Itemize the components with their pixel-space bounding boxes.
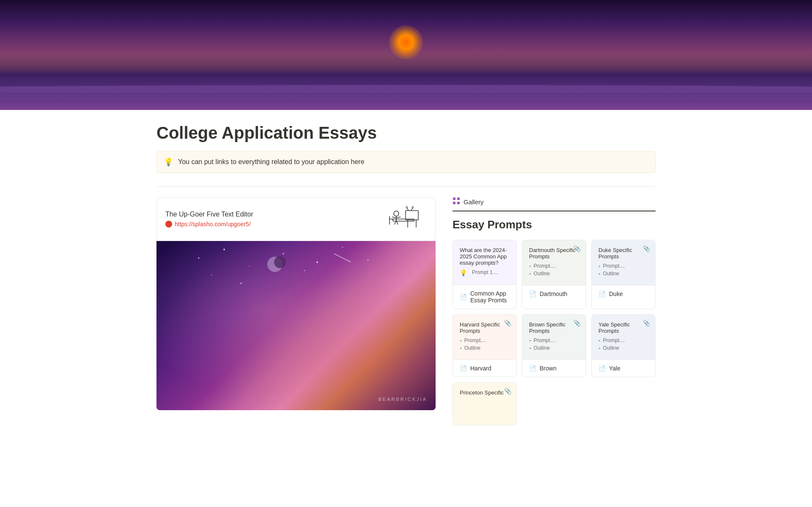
right-column: Gallery Essay Prompts What are the 2024-… bbox=[453, 197, 656, 425]
brown-preview-item-2: ● Outline bbox=[529, 345, 579, 351]
card-preview-harvard: 📎 Harvard Specific Prompts ● Prompt.... … bbox=[453, 315, 516, 359]
gallery-icon bbox=[453, 197, 460, 206]
svg-point-16 bbox=[198, 258, 200, 259]
svg-point-18 bbox=[249, 266, 250, 267]
card-preview-yale: 📎 Yale Specific Prompts ● Prompt.... ● O… bbox=[592, 315, 655, 359]
clip-icon: 📎 bbox=[504, 320, 511, 326]
link-card[interactable]: The Up-Goer Five Text Editor https://spl… bbox=[156, 197, 436, 241]
harvard-preview-title: Harvard Specific Prompts bbox=[460, 321, 510, 334]
link-card-info: The Up-Goer Five Text Editor https://spl… bbox=[165, 211, 253, 227]
svg-point-22 bbox=[368, 260, 369, 261]
essay-card-duke[interactable]: 📎 Duke Specific Prompts ● Prompt.... ● O… bbox=[591, 240, 656, 309]
clip-icon: 📎 bbox=[573, 245, 581, 252]
svg-point-23 bbox=[211, 274, 212, 275]
doc-icon: 📄 bbox=[529, 290, 536, 297]
clip-icon: 📎 bbox=[573, 320, 581, 326]
brown-card-name: Brown bbox=[540, 365, 557, 372]
duke-preview-item-1: ● Prompt.... bbox=[598, 263, 648, 269]
card-preview-common-app: What are the 2024-2025 Common App essay … bbox=[453, 240, 516, 285]
svg-point-27 bbox=[274, 256, 286, 268]
svg-rect-1 bbox=[406, 211, 418, 220]
svg-line-28 bbox=[334, 254, 351, 262]
yale-card-footer: 📄 Yale bbox=[592, 359, 655, 377]
gallery-section-title: Essay Prompts bbox=[453, 218, 656, 231]
harvard-card-footer: 📄 Harvard bbox=[453, 359, 516, 377]
brown-preview-title: Brown Specific Prompts bbox=[529, 321, 579, 334]
essay-card-princeton[interactable]: 📎 Princeton Specific bbox=[453, 382, 517, 425]
dartmouth-preview-item-2: ● Outline bbox=[529, 271, 579, 277]
svg-point-17 bbox=[223, 249, 225, 250]
link-url-text: https://splasho.com/upgoer5/ bbox=[175, 221, 251, 227]
bulb-icon: 💡 bbox=[460, 269, 467, 276]
clip-icon: 📎 bbox=[504, 388, 511, 395]
link-url[interactable]: https://splasho.com/upgoer5/ bbox=[165, 221, 253, 227]
harvard-preview-item-1: ● Prompt.... bbox=[460, 337, 510, 343]
clip-icon: 📎 bbox=[643, 245, 650, 252]
card-preview-duke: 📎 Duke Specific Prompts ● Prompt.... ● O… bbox=[592, 240, 655, 285]
splasho-favicon bbox=[165, 221, 172, 227]
dartmouth-card-name: Dartmouth bbox=[540, 290, 567, 297]
common-app-preview-title: What are the 2024-2025 Common App essay … bbox=[460, 247, 510, 266]
doc-icon: 📄 bbox=[598, 290, 606, 297]
dartmouth-preview-item-1: ● Prompt.... bbox=[529, 263, 579, 269]
doc-icon: 📄 bbox=[460, 365, 467, 372]
doc-icon: 📄 bbox=[598, 365, 606, 372]
princeton-preview-title: Princeton Specific bbox=[460, 389, 510, 396]
common-app-preview-item-1: 💡 Prompt 1.... bbox=[460, 269, 510, 276]
yale-preview-item-1: ● Prompt.... bbox=[598, 337, 648, 343]
svg-line-7 bbox=[392, 217, 396, 218]
duke-preview-title: Duke Specific Prompts bbox=[598, 247, 648, 260]
brown-preview-item-1: ● Prompt.... bbox=[529, 337, 579, 343]
clip-icon: 📎 bbox=[643, 320, 650, 326]
svg-point-21 bbox=[342, 247, 343, 248]
card-preview-dartmouth: 📎 Dartmouth Specific Prompts ● Prompt...… bbox=[522, 240, 586, 285]
svg-point-20 bbox=[316, 261, 318, 263]
divider bbox=[156, 186, 656, 187]
common-app-card-footer: 📄 Common App Essay Promts bbox=[453, 285, 516, 309]
essay-card-yale[interactable]: 📎 Yale Specific Prompts ● Prompt.... ● O… bbox=[591, 314, 656, 377]
essay-card-dartmouth[interactable]: 📎 Dartmouth Specific Prompts ● Prompt...… bbox=[522, 240, 586, 309]
dartmouth-preview-title: Dartmouth Specific Prompts bbox=[529, 247, 579, 260]
duke-card-name: Duke bbox=[609, 290, 623, 297]
svg-rect-30 bbox=[457, 197, 460, 200]
doc-icon: 📄 bbox=[460, 293, 467, 300]
essay-card-common-app[interactable]: What are the 2024-2025 Common App essay … bbox=[453, 240, 517, 309]
cards-grid: What are the 2024-2025 Common App essay … bbox=[453, 240, 656, 425]
common-app-card-name: Common App Essay Promts bbox=[470, 290, 510, 304]
essay-card-harvard[interactable]: 📎 Harvard Specific Prompts ● Prompt.... … bbox=[453, 314, 517, 377]
svg-rect-29 bbox=[453, 197, 455, 200]
card-preview-brown: 📎 Brown Specific Prompts ● Prompt.... ● … bbox=[522, 315, 586, 359]
wave-decoration bbox=[0, 59, 812, 110]
callout-icon: 💡 bbox=[164, 157, 173, 167]
duke-card-footer: 📄 Duke bbox=[592, 285, 655, 302]
yale-preview-title: Yale Specific Prompts bbox=[598, 321, 648, 334]
callout-box: 💡 You can put links to everything relate… bbox=[156, 151, 656, 173]
essay-card-brown[interactable]: 📎 Brown Specific Prompts ● Prompt.... ● … bbox=[522, 314, 586, 377]
main-layout: The Up-Goer Five Text Editor https://spl… bbox=[156, 197, 656, 425]
link-card-sketch bbox=[368, 204, 427, 234]
sun-decoration bbox=[389, 25, 423, 59]
page-title: College Application Essays bbox=[156, 123, 656, 143]
header-banner bbox=[0, 0, 812, 110]
doc-icon: 📄 bbox=[529, 365, 536, 372]
artwork-watermark: BEARBRICKJIA bbox=[379, 397, 427, 402]
gallery-header: Gallery bbox=[453, 197, 656, 211]
svg-rect-31 bbox=[453, 202, 455, 204]
left-column: The Up-Goer Five Text Editor https://spl… bbox=[156, 197, 436, 410]
callout-text: You can put links to everything related … bbox=[178, 158, 365, 166]
card-preview-princeton: 📎 Princeton Specific bbox=[453, 383, 516, 425]
artwork-image: BEARBRICKJIA bbox=[156, 241, 436, 410]
dartmouth-card-footer: 📄 Dartmouth bbox=[522, 285, 586, 302]
yale-card-name: Yale bbox=[609, 365, 620, 372]
svg-point-25 bbox=[304, 270, 305, 271]
svg-point-24 bbox=[240, 282, 242, 284]
stars-decoration bbox=[156, 241, 436, 410]
harvard-card-name: Harvard bbox=[470, 365, 491, 372]
brown-card-footer: 📄 Brown bbox=[522, 359, 586, 377]
link-title: The Up-Goer Five Text Editor bbox=[165, 211, 253, 218]
gallery-label: Gallery bbox=[464, 198, 484, 206]
svg-point-4 bbox=[394, 211, 399, 216]
svg-point-19 bbox=[283, 253, 284, 255]
svg-line-6 bbox=[396, 217, 401, 218]
harvard-preview-item-2: ● Outline bbox=[460, 345, 510, 351]
